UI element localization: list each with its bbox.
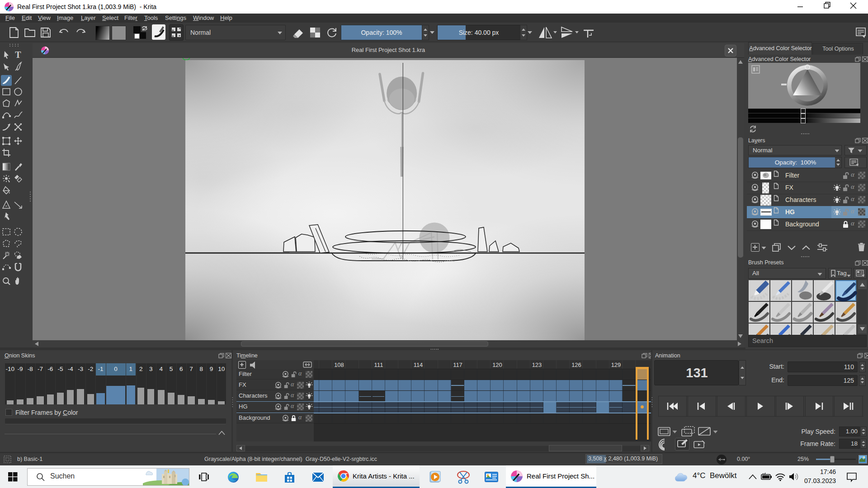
svg-text:T: T (15, 50, 21, 60)
